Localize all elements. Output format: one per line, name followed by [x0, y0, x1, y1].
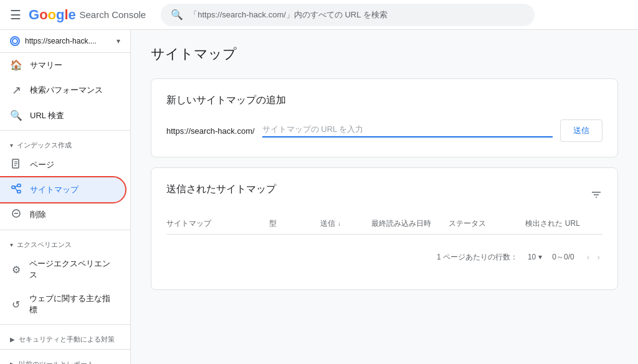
sitemap-input-row: https://search-hack.com/ 送信	[166, 119, 602, 142]
svg-rect-5	[12, 186, 15, 189]
table-header-row: 送信されたサイトマップ	[166, 183, 602, 208]
url-prefix: https://search-hack.com/	[166, 126, 255, 136]
section-prev-tools-arrow: ▶	[10, 361, 15, 364]
divider-4	[0, 349, 130, 350]
col-sent-label: 送信	[320, 218, 335, 229]
next-page-button[interactable]: ›	[594, 250, 602, 264]
main-content: サイトマップ 新しいサイトマップの追加 https://search-hack.…	[131, 30, 638, 364]
sent-sitemaps-card: 送信されたサイトマップ サイトマップ 型 送信 ↓ 最終読み込み日時	[151, 167, 618, 290]
section-prev-tools-label: 以前のツールとレポート	[19, 360, 94, 364]
sidebar-label-search-performance: 検索パフォーマンス	[30, 85, 103, 96]
svg-rect-7	[17, 190, 21, 193]
sidebar-item-summary[interactable]: 🏠 サマリー	[0, 53, 125, 77]
divider-2	[0, 230, 130, 230]
add-sitemap-title: 新しいサイトマップの追加	[166, 94, 602, 107]
col-header-type: 型	[269, 218, 320, 229]
menu-icon[interactable]: ☰	[10, 7, 21, 22]
filter-icon[interactable]	[590, 189, 602, 203]
section-index-arrow: ▾	[10, 142, 13, 149]
rows-per-page-arrow: ▾	[538, 253, 542, 261]
property-selector[interactable]: https://search-hack.... ▾	[0, 30, 130, 53]
property-icon	[10, 36, 20, 46]
col-header-status: ステータス	[449, 218, 526, 229]
sidebar-item-page-experience[interactable]: ⚙ ページエクスペリエンス	[0, 252, 125, 287]
sitemap-url-input[interactable]	[262, 124, 553, 134]
sent-sitemaps-title: 送信されたサイトマップ	[166, 183, 276, 196]
section-security-arrow: ▶	[10, 336, 15, 343]
url-inspection-icon: 🔍	[10, 110, 22, 121]
sidebar-item-search-performance[interactable]: ↗ 検索パフォーマンス	[0, 77, 125, 103]
divider-1	[0, 130, 130, 131]
sidebar-label-web-vitals: ウェブに関する主な指標	[29, 293, 115, 315]
sidebar-item-web-vitals[interactable]: ↺ ウェブに関する主な指標	[0, 287, 125, 322]
rows-per-page-select[interactable]: 10 ▾	[528, 253, 542, 261]
sidebar-label-sitemaps: サイトマップ	[30, 184, 79, 195]
rows-per-page-value: 10	[528, 253, 536, 261]
sitemaps-icon	[10, 184, 22, 196]
add-sitemap-card: 新しいサイトマップの追加 https://search-hack.com/ 送信	[151, 78, 618, 157]
svg-rect-6	[17, 184, 21, 187]
property-dropdown-icon: ▾	[117, 37, 120, 45]
sidebar-label-removals: 削除	[30, 209, 46, 220]
performance-icon: ↗	[10, 83, 22, 97]
svg-point-0	[12, 39, 17, 44]
table-empty: 1 ページあたりの行数： 10 ▾ 0～0/0 ‹ ›	[166, 235, 602, 274]
divider-3	[0, 324, 130, 325]
web-vitals-icon: ↺	[10, 299, 22, 310]
section-index-label: インデックス作成	[17, 141, 72, 150]
logo-area: Google Search Console	[29, 7, 146, 23]
prev-page-button[interactable]: ‹	[584, 250, 593, 264]
col-header-sitemap: サイトマップ	[166, 218, 269, 229]
page-experience-icon: ⚙	[10, 264, 22, 276]
sidebar-item-pages[interactable]: ページ	[0, 152, 125, 177]
pagination-row: 1 ページあたりの行数： 10 ▾ 0～0/0 ‹ ›	[166, 245, 602, 264]
rows-per-page-label: 1 ページあたりの行数：	[437, 252, 518, 263]
sidebar-label-url-inspection: URL 検査	[30, 110, 64, 121]
search-bar[interactable]: 🔍 「https://search-hack.com/」内のすべての URL を…	[161, 4, 535, 26]
sidebar-label-pages: ページ	[30, 159, 54, 170]
page-title: サイトマップ	[151, 45, 618, 63]
sidebar-item-sitemaps[interactable]: サイトマップ	[0, 177, 125, 202]
app-name-text: Search Console	[79, 9, 146, 20]
sidebar-label-page-experience: ページエクスペリエンス	[29, 258, 115, 281]
section-security[interactable]: ▶ セキュリティと手動による対策	[0, 327, 130, 347]
col-header-sent[interactable]: 送信 ↓	[320, 218, 371, 229]
table-columns: サイトマップ 型 送信 ↓ 最終読み込み日時 ステータス 検出された URL	[166, 213, 602, 235]
home-icon: 🏠	[10, 59, 22, 71]
pagination-range: 0～0/0	[552, 252, 574, 263]
submit-button[interactable]: 送信	[560, 119, 602, 142]
section-prev-tools[interactable]: ▶ 以前のツールとレポート	[0, 352, 130, 364]
pagination-nav: ‹ ›	[584, 250, 602, 264]
section-index[interactable]: ▾ インデックス作成	[0, 133, 130, 152]
section-experience[interactable]: ▾ エクスペリエンス	[0, 233, 130, 252]
property-label: https://search-hack....	[25, 37, 117, 45]
section-experience-arrow: ▾	[10, 241, 13, 248]
pages-icon	[10, 159, 22, 171]
sidebar-label-summary: サマリー	[30, 60, 62, 71]
section-security-label: セキュリティと手動による対策	[19, 335, 115, 344]
svg-line-9	[15, 187, 17, 192]
google-logo: Google	[29, 7, 76, 23]
col-header-last-read: 最終読み込み日時	[371, 218, 449, 229]
removals-icon	[10, 208, 22, 221]
search-icon: 🔍	[171, 9, 183, 21]
col-header-url: 検出された URL	[525, 218, 602, 229]
sort-icon: ↓	[338, 220, 341, 227]
section-experience-label: エクスペリエンス	[17, 240, 72, 250]
search-placeholder-text: 「https://search-hack.com/」内のすべての URL を検索	[189, 9, 387, 21]
sidebar-item-url-inspection[interactable]: 🔍 URL 検査	[0, 103, 125, 128]
sidebar-item-removals[interactable]: 削除	[0, 202, 125, 227]
layout: https://search-hack.... ▾ 🏠 サマリー ↗ 検索パフォ…	[0, 30, 638, 364]
header: ☰ Google Search Console 🔍 「https://searc…	[0, 0, 638, 30]
sitemap-input-wrapper	[262, 124, 553, 138]
sidebar: https://search-hack.... ▾ 🏠 サマリー ↗ 検索パフォ…	[0, 30, 131, 364]
